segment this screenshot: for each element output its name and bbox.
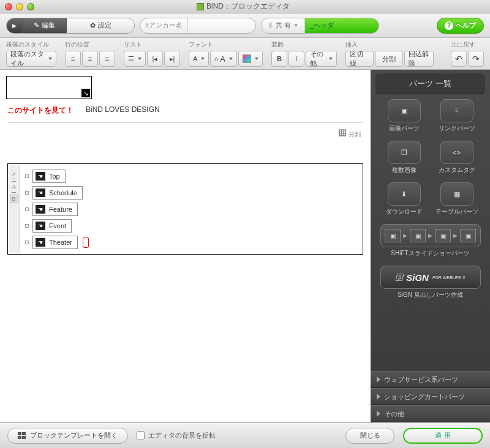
header-image-block[interactable]: ↘ [6, 76, 92, 99]
format-toolbar: 段落のスタイル 段落のスタイル 行の位置 ≡ ≡ ≡ リスト ☰ |◂ ▸| フ… [0, 38, 490, 70]
bottom-toolbar: ブロックテンプレートを開く エディタの背景を反転 閉じる 適 用 [0, 422, 490, 448]
italic-button[interactable]: i [288, 51, 304, 67]
paragraph-style-select[interactable]: 段落のスタイル [6, 51, 56, 67]
block-handle-icon[interactable]: ↘ [81, 89, 90, 97]
subtitle-black: BiND LOVES DESIGN [86, 105, 160, 116]
paragraph-style-label: 段落のスタイル [6, 40, 56, 49]
font-label: フォント [189, 40, 263, 49]
window-zoom-button[interactable] [27, 3, 34, 10]
edit-button[interactable]: ✎編集 [23, 18, 67, 33]
close-button[interactable]: 閉じる [345, 428, 394, 444]
editor-canvas[interactable]: ↘ このサイトを見て！ BiND LOVES DESIGN 分割 メニュー B … [0, 70, 371, 422]
pointer-icon: ☚ [36, 172, 45, 181]
undo-icon: ↶ [455, 54, 462, 64]
code-icon: <> [453, 149, 461, 156]
apply-button[interactable]: 適 用 [403, 428, 483, 444]
insert-split-button[interactable]: 分割 [375, 51, 403, 67]
part-slideshow[interactable]: ▣▶▣▶▣▶▣ SHiFTスライドショーパーツ [379, 224, 483, 261]
anchor-input[interactable] [188, 22, 255, 29]
image-icon: ▣ [401, 107, 407, 115]
split-caption: 分割 [10, 129, 361, 139]
menu-item[interactable]: ☚Event [25, 217, 358, 234]
font-family-button[interactable]: A [189, 51, 209, 67]
pencil-icon: ✎ [34, 21, 39, 29]
part-link[interactable]: ☟リンクパーツ [433, 99, 481, 136]
menu-block-tab: メニュー B [8, 164, 20, 254]
part-custom-tag[interactable]: <>カスタムタグ [433, 141, 481, 177]
pointer-icon: ☚ [36, 189, 45, 197]
list-label: リスト [124, 40, 180, 49]
insert-unwrap-button[interactable]: 回込解除 [404, 51, 434, 67]
bullet-icon [25, 207, 29, 211]
window-minimize-button[interactable] [16, 3, 23, 10]
group-font: フォント A AA [189, 40, 263, 65]
align-right-button[interactable]: ≡ [99, 51, 115, 67]
chevron-right-icon [377, 411, 380, 417]
menu-item-label: Theater [49, 239, 72, 246]
outdent-button[interactable]: |◂ [147, 51, 163, 67]
font-color-button[interactable] [238, 51, 263, 67]
share-target[interactable]: _ヘッダ [305, 18, 379, 33]
italic-icon: i [296, 55, 297, 62]
accordion-shopping-cart[interactable]: ショッピングカートパーツ [371, 388, 490, 405]
run-button[interactable]: ▶ [7, 18, 23, 33]
group-line-position: 行の位置 ≡ ≡ ≡ [65, 40, 115, 65]
group-decoration: 装飾 B i その他 [271, 40, 337, 65]
chevron-right-icon [377, 394, 380, 400]
bullet-icon [25, 191, 29, 195]
indent-button[interactable]: ▸| [164, 51, 180, 67]
open-block-template-button[interactable]: ブロックテンプレートを開く [7, 428, 128, 444]
bullet-list-button[interactable]: ☰ [124, 51, 146, 67]
indent-icon: ▸| [170, 55, 175, 63]
chevron-right-icon [377, 376, 380, 383]
window-title-text: BiND：ブロックエディタ [206, 1, 290, 12]
window-title: BiND：ブロックエディタ [34, 1, 452, 12]
align-left-icon: ≡ [71, 55, 75, 62]
menu-list: ☚Top ☚Schedule ☚Feature ☚Event ☚Theater [20, 164, 363, 254]
menu-item[interactable]: ☚Top [25, 168, 358, 184]
align-right-icon: ≡ [105, 55, 109, 62]
decoration-other-button[interactable]: その他 [306, 51, 337, 67]
top-toolbar: ▶ ✎編集 ✿設定 #アンカー名 ⇪共 有▼ _ヘッダ ?ヘルプ [0, 13, 490, 38]
redo-button[interactable]: ↷ [468, 51, 484, 67]
part-table[interactable]: ▦テーブルパーツ [433, 182, 481, 219]
undo-button[interactable]: ↶ [451, 51, 467, 67]
outdent-icon: |◂ [153, 55, 158, 63]
part-image[interactable]: ▣画像パーツ [380, 99, 428, 136]
menu-item[interactable]: ☚Schedule [25, 184, 358, 201]
part-download[interactable]: ⬇ダウンロード [380, 182, 428, 219]
menu-tab-label: メニュー [10, 168, 18, 191]
undo-label: 元に戻す [451, 40, 484, 49]
bullet-icon [25, 224, 29, 228]
settings-button[interactable]: ✿設定 [67, 18, 134, 33]
insert-hr-button[interactable]: 区切線 [345, 51, 374, 67]
accordion-other[interactable]: その他 [371, 405, 490, 422]
menu-item[interactable]: ☚Theater [25, 234, 358, 250]
bold-button[interactable]: B [271, 51, 287, 67]
app-icon [197, 3, 204, 10]
gear-icon: ✿ [90, 21, 96, 29]
pointer-icon: ☚ [36, 238, 45, 247]
window-titlebar: BiND：ブロックエディタ [0, 0, 490, 13]
align-left-button[interactable]: ≡ [65, 51, 81, 67]
insert-label: 挿入 [345, 40, 434, 49]
window-close-button[interactable] [5, 3, 12, 10]
pointer-icon: ☚ [36, 222, 45, 230]
horizontal-rule [7, 122, 363, 123]
help-button[interactable]: ?ヘルプ [437, 18, 484, 34]
part-multi-image[interactable]: ❐複数画像 [380, 141, 428, 177]
menu-item-label: Schedule [49, 189, 77, 196]
accordion-web-services[interactable]: ウェブサービス系パーツ [371, 371, 490, 388]
font-size-button[interactable]: AA [210, 51, 237, 67]
bullet-icon [25, 174, 29, 178]
part-sign[interactable]: 🅂SiGNFOR WEBLiFE 3 SiGN 見出しパーツ作成 [379, 266, 483, 302]
checkbox-icon [137, 431, 145, 439]
menu-item[interactable]: ☚Feature [25, 201, 358, 217]
bullet-icon [25, 241, 29, 244]
group-insert: 挿入 区切線 分割 回込解除 [345, 40, 434, 65]
align-center-button[interactable]: ≡ [82, 51, 98, 67]
menu-block[interactable]: メニュー B ☚Top ☚Schedule ☚Feature ☚Event ☚T… [7, 163, 363, 255]
share-button[interactable]: ⇪共 有▼ [262, 18, 305, 33]
invert-background-checkbox[interactable]: エディタの背景を反転 [137, 431, 216, 440]
line-position-label: 行の位置 [65, 40, 115, 49]
